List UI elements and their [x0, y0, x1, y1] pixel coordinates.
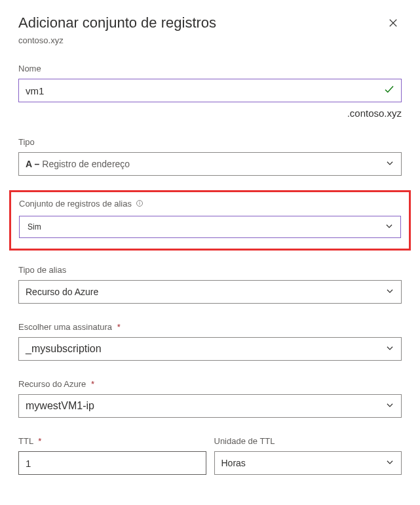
- alias-type-value: Recurso do Azure: [26, 287, 98, 297]
- name-input-wrapper: [18, 79, 402, 102]
- type-value: Registro de endereço: [42, 159, 130, 169]
- chevron-down-icon: [385, 401, 394, 412]
- page-title: Adicionar conjunto de registros: [18, 14, 216, 31]
- subscription-label-text: Escolher uma assinatura: [18, 322, 112, 332]
- alias-type-field-group: Tipo de alias Recurso do Azure: [18, 265, 402, 304]
- ttl-unit-label: Unidade de TTL: [214, 436, 402, 446]
- name-input[interactable]: [18, 79, 402, 102]
- required-indicator: *: [91, 379, 94, 389]
- chevron-down-icon: [385, 222, 394, 233]
- ttl-row: TTL * Unidade de TTL Horas: [18, 436, 402, 475]
- ttl-label-text: TTL: [18, 436, 33, 446]
- panel-header: Adicionar conjunto de registros: [18, 14, 402, 31]
- info-icon: [136, 199, 143, 209]
- subscription-select[interactable]: _mysubscription: [18, 337, 402, 361]
- ttl-unit-value: Horas: [221, 458, 246, 468]
- name-field-group: Nome .contoso.xyz: [18, 64, 402, 119]
- domain-suffix: .contoso.xyz: [18, 108, 402, 119]
- alias-recordset-label: Conjunto de registros de alias: [19, 199, 401, 209]
- alias-recordset-highlight: Conjunto de registros de alias Sim: [9, 190, 411, 251]
- type-select[interactable]: A – Registro de endereço: [18, 152, 402, 176]
- azure-resource-label-text: Recurso do Azure: [18, 379, 86, 389]
- chevron-down-icon: [385, 287, 394, 298]
- subscription-field-group: Escolher uma assinatura * _mysubscriptio…: [18, 322, 402, 361]
- subscription-label: Escolher uma assinatura *: [18, 322, 402, 332]
- alias-type-select[interactable]: Recurso do Azure: [18, 280, 402, 304]
- required-indicator: *: [117, 322, 121, 332]
- azure-resource-select[interactable]: mywestVM1-ip: [18, 394, 402, 418]
- alias-recordset-select[interactable]: Sim: [19, 216, 401, 238]
- alias-recordset-value: Sim: [28, 222, 41, 232]
- ttl-label: TTL *: [18, 436, 206, 446]
- alias-recordset-label-text: Conjunto de registros de alias: [19, 199, 132, 209]
- chevron-down-icon: [385, 344, 394, 355]
- azure-resource-field-group: Recurso do Azure * mywestVM1-ip: [18, 379, 402, 418]
- subscription-value: _mysubscription: [26, 343, 102, 355]
- ttl-unit-select[interactable]: Horas: [214, 451, 402, 475]
- name-label: Nome: [18, 64, 402, 73]
- chevron-down-icon: [385, 159, 394, 170]
- required-indicator: *: [38, 436, 41, 446]
- close-icon: [387, 17, 399, 29]
- azure-resource-label: Recurso do Azure *: [18, 379, 402, 389]
- type-field-group: Tipo A – Registro de endereço: [18, 137, 402, 176]
- azure-resource-value: mywestVM1-ip: [26, 400, 94, 412]
- ttl-unit-field-group: Unidade de TTL Horas: [214, 436, 402, 475]
- ttl-input[interactable]: [18, 451, 206, 475]
- alias-type-label: Tipo de alias: [18, 265, 402, 275]
- zone-name: contoso.xyz: [18, 35, 402, 45]
- type-label: Tipo: [18, 137, 402, 147]
- type-prefix: A –: [26, 159, 39, 169]
- close-button[interactable]: [385, 14, 402, 31]
- svg-point-4: [139, 202, 140, 203]
- chevron-down-icon: [385, 458, 394, 469]
- checkmark-icon: [383, 83, 395, 98]
- ttl-field-group: TTL *: [18, 436, 206, 475]
